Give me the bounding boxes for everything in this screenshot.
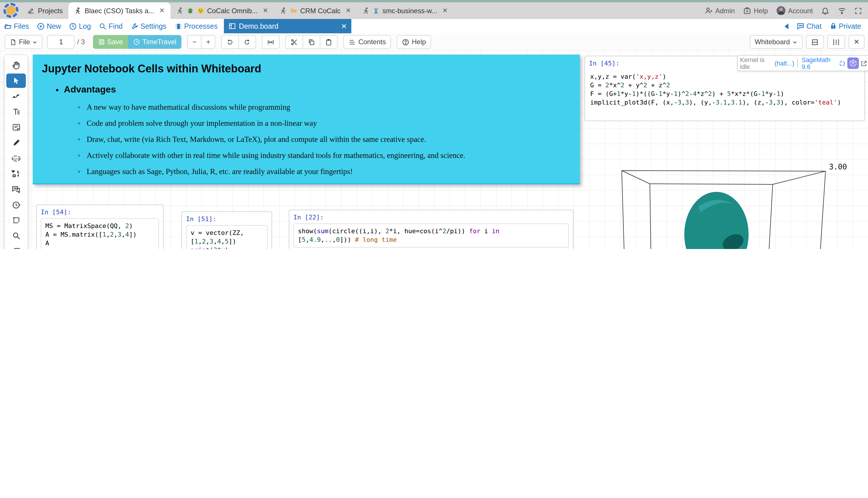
tab-close-icon[interactable]: ✕ (263, 7, 268, 14)
undo-button[interactable] (221, 35, 239, 49)
cell-code[interactable]: show(sum(circle((i,i), 2*i, hue=cos(i^2/… (293, 223, 569, 248)
divider (798, 58, 798, 68)
tab-close-icon[interactable]: ✕ (442, 7, 447, 14)
undo-redo-group (221, 35, 256, 49)
tool-pen[interactable] (6, 135, 26, 150)
tool-pan[interactable] (6, 58, 26, 73)
find-button[interactable]: Find (95, 22, 127, 30)
fit-to-screen-button[interactable] (262, 35, 280, 49)
jupyter-cell-54[interactable]: In [54]: MS = MatrixSpace(QQ, 2)A = MS.m… (36, 205, 164, 249)
processes-button[interactable]: Processes (171, 22, 222, 30)
note-bullet: Advantages (56, 84, 580, 95)
fullscreen-corners-icon[interactable] (854, 6, 862, 15)
tool-note[interactable] (6, 120, 26, 134)
cell-code[interactable]: v = vector(ZZ,[1,2,3,4,5])print(3*v)prin… (186, 225, 268, 249)
copy-button[interactable] (303, 35, 320, 49)
tool-pages[interactable] (6, 244, 26, 249)
split-vertical-button[interactable] (827, 35, 845, 49)
paste-icon (325, 38, 333, 46)
chat-button[interactable]: Chat (795, 22, 823, 30)
wifi-icon[interactable] (838, 6, 846, 15)
scissors-icon (290, 38, 298, 46)
tab-crm-cocalc[interactable]: CRM CoCalc ✕ (274, 2, 356, 19)
tool-palette: ipynb (4, 55, 28, 249)
tab-smc-business[interactable]: smc-business-w... ✕ (356, 2, 453, 19)
timetravel-clock-icon (133, 39, 140, 45)
tool-frame[interactable] (6, 213, 26, 227)
jupyter-cell-51[interactable]: In [51]: v = vector(ZZ,[1,2,3,4,5])print… (181, 211, 272, 249)
toolbar-right: Whiteboard ✕ (746, 35, 868, 49)
tool-edge[interactable] (6, 89, 26, 103)
files-button[interactable]: Files (0, 22, 33, 30)
tool-icons[interactable] (6, 167, 26, 181)
tool-select[interactable] (6, 74, 26, 88)
avatar (776, 6, 786, 15)
help-menu[interactable]: Help (743, 6, 768, 15)
log-button[interactable]: Log (65, 22, 95, 30)
user-plus-icon (704, 6, 713, 15)
implicit-plot3d-image[interactable]: 3.00 z=0.00 -3.00 x 3.00 3.10 y=0.00 -3.… (585, 138, 868, 249)
search-icon (99, 22, 107, 30)
smiley-icon (196, 7, 204, 14)
tab-close-icon[interactable]: ✕ (345, 7, 351, 14)
split-horizontal-button[interactable] (806, 35, 824, 49)
note-title: Jupyter Notebook Cells within Whiteboard (42, 63, 580, 75)
tool-chat[interactable] (6, 182, 26, 196)
page-number-input[interactable] (48, 35, 75, 49)
chat-bubbles-icon (12, 185, 21, 194)
note-point: Draw, chat, write (via Rich Text, Markdo… (78, 135, 580, 144)
jupyter-cell-22[interactable]: In [22]: show(sum(circle((i,i), 2*i, hue… (289, 210, 573, 249)
zoom-in-button[interactable]: + (202, 35, 215, 49)
frame-type-select[interactable]: Whiteboard (749, 35, 802, 49)
browser-chrome-right: Admin Help Account (699, 2, 868, 19)
cocalc-file-bar: Files New Log Find Settings Processes De… (0, 19, 868, 33)
close-tab-icon[interactable]: ✕ (341, 22, 347, 30)
external-link-icon[interactable] (860, 60, 867, 67)
sticky-note[interactable]: Jupyter Notebook Cells within Whiteboard… (33, 55, 580, 184)
tab-close-icon[interactable]: ✕ (159, 7, 164, 14)
fit-group (262, 35, 280, 49)
tool-text[interactable] (6, 105, 26, 119)
tab-projects[interactable]: Projects (22, 2, 69, 19)
tool-timetravel[interactable] (6, 198, 26, 212)
processes-icon (175, 22, 182, 30)
help-button[interactable]: Help (397, 35, 431, 49)
file-bar-right: Chat Private (783, 22, 868, 30)
settings-button[interactable]: Settings (126, 22, 170, 30)
save-button[interactable]: Save (93, 35, 128, 49)
browser-tab-bar: Projects Blaec (CSO) Tasks a... ✕ CoCalc… (0, 2, 868, 19)
zoom-out-button[interactable]: − (187, 35, 202, 49)
cell-code[interactable]: x,y,z = var('x,y,z')G = 2*x^2 + y^2 + z^… (589, 69, 860, 110)
clipboard-group (285, 35, 338, 49)
note-point: A new way to have mathematical discussio… (78, 103, 580, 112)
note-point: Languages such as Sage, Python, Julia, R… (78, 167, 580, 176)
tab-cocalc-omnibus[interactable]: CoCalc Omnib... ✕ (170, 2, 274, 19)
close-frame-button[interactable]: ✕ (849, 35, 865, 49)
bell-icon[interactable] (821, 6, 829, 15)
cell-code[interactable]: MS = MatrixSpace(QQ, 2)A = MS.matrix([1,… (41, 218, 159, 249)
paste-button[interactable] (320, 35, 338, 49)
private-button[interactable]: Private (828, 22, 862, 30)
collapse-left-icon[interactable] (783, 23, 789, 29)
cut-button[interactable] (285, 35, 303, 49)
sage-kernel-button[interactable] (847, 57, 859, 69)
tool-code-cell[interactable]: ipynb (6, 151, 26, 166)
admin-menu[interactable]: Admin (704, 6, 735, 15)
tab-blaec-tasks[interactable]: Blaec (CSO) Tasks a... ✕ (69, 2, 171, 19)
svg-text:ipynb: ipynb (13, 157, 20, 160)
chevron-down-icon (32, 39, 38, 44)
whiteboard-canvas[interactable]: ipynb Jupyter Notebook Cells within Whit… (0, 51, 868, 249)
redo-button[interactable] (239, 35, 256, 49)
new-button[interactable]: New (33, 22, 65, 30)
kernel-name[interactable]: SageMath 9.6 (802, 56, 837, 70)
plus-circle-icon (37, 22, 45, 30)
timetravel-button[interactable]: TimeTravel (128, 35, 181, 49)
contents-button[interactable]: Contents (343, 35, 391, 49)
edit-pencil-icon (28, 7, 35, 14)
tool-search[interactable] (6, 228, 26, 243)
account-menu[interactable]: Account (776, 6, 813, 15)
halt-link[interactable]: (halt...) (774, 60, 794, 67)
zoom-button-group: − + (187, 35, 215, 49)
tab-demo-board[interactable]: Demo.board ✕ (224, 19, 351, 33)
file-menu-button[interactable]: File (4, 35, 43, 49)
